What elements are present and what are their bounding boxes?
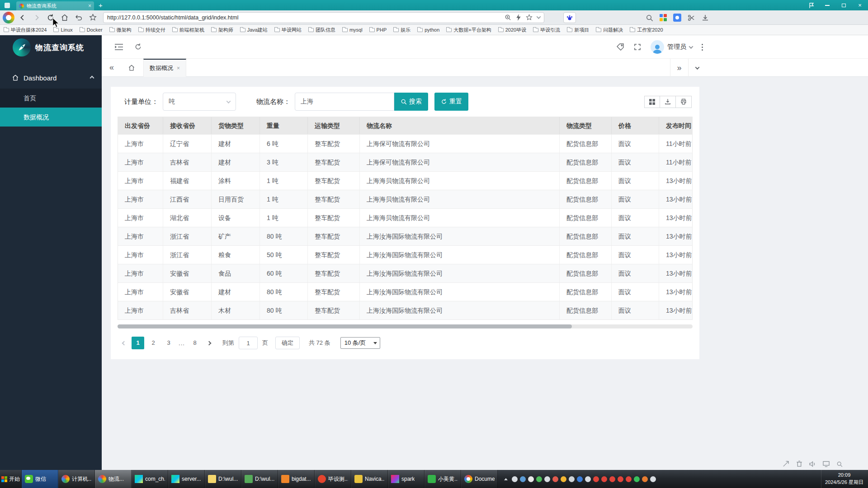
tray-icon[interactable] bbox=[528, 476, 534, 482]
tray-expand-icon[interactable] bbox=[504, 478, 508, 480]
tabs-menu-icon[interactable] bbox=[688, 59, 706, 77]
extension-icon[interactable] bbox=[673, 14, 681, 22]
tray-icon[interactable] bbox=[544, 476, 550, 482]
prev-page-button[interactable] bbox=[118, 337, 130, 349]
table-row[interactable]: 上海市浙江省矿产80 吨整车配货上海汝海国际物流有限公司配货信息部面议13小时前 bbox=[118, 227, 692, 245]
page-button[interactable]: 1 bbox=[132, 337, 144, 349]
tray-icon[interactable] bbox=[536, 476, 542, 482]
logistics-name-input[interactable] bbox=[295, 93, 394, 111]
page-button[interactable]: 2 bbox=[147, 337, 160, 349]
volume-icon[interactable] bbox=[809, 461, 816, 467]
tabs-scroll-right-icon[interactable]: » bbox=[670, 59, 688, 77]
scissors-icon[interactable] bbox=[688, 14, 695, 22]
refresh-button[interactable] bbox=[45, 12, 57, 23]
tray-icon[interactable] bbox=[642, 476, 648, 482]
next-page-button[interactable] bbox=[203, 337, 215, 349]
sidebar-item-dashboard[interactable]: Dashboard bbox=[0, 67, 102, 89]
bookmark-item[interactable]: 大数据+平台架构 bbox=[446, 27, 491, 33]
table-row[interactable]: 上海市安徽省建材80 吨整车配货上海汝海国际物流有限公司配货信息部面议13小时前 bbox=[118, 282, 692, 301]
close-window-button[interactable]: × bbox=[852, 0, 868, 10]
bookmark-item[interactable]: Linux bbox=[53, 27, 72, 33]
reset-button[interactable]: 重置 bbox=[434, 93, 468, 111]
lightning-icon[interactable] bbox=[516, 14, 521, 21]
print-icon-button[interactable] bbox=[676, 96, 692, 108]
maximize-button[interactable] bbox=[835, 0, 852, 10]
taskbar-item[interactable]: 计算机... bbox=[58, 470, 95, 488]
unit-select[interactable]: 吨 bbox=[163, 93, 236, 111]
sidebar-item-data-overview[interactable]: 数据概况 bbox=[0, 108, 102, 127]
bookmark-item[interactable]: 2020毕设 bbox=[498, 27, 526, 33]
taskbar-item[interactable]: Docume... bbox=[461, 470, 498, 488]
url-text[interactable]: http://127.0.0.1:5000/static/html/data_g… bbox=[107, 14, 500, 21]
apps-grid-icon[interactable] bbox=[660, 14, 667, 21]
search-button[interactable]: 搜索 bbox=[394, 93, 428, 111]
more-options-icon[interactable] bbox=[702, 44, 703, 51]
bookmark-star-icon[interactable] bbox=[526, 14, 533, 21]
home-button[interactable] bbox=[59, 12, 71, 23]
tabs-collapse-left-icon[interactable]: « bbox=[102, 59, 122, 77]
horizontal-scrollbar[interactable] bbox=[118, 324, 693, 328]
chevron-down-icon[interactable] bbox=[537, 14, 541, 19]
tray-icon[interactable] bbox=[569, 476, 575, 482]
tag-icon[interactable] bbox=[616, 43, 624, 51]
browser-menu-icon[interactable] bbox=[5, 3, 10, 8]
page-button[interactable]: 8 bbox=[189, 337, 201, 349]
new-tab-button[interactable]: + bbox=[99, 1, 103, 10]
browser-logo[interactable] bbox=[3, 12, 14, 23]
tray-icon[interactable] bbox=[618, 476, 623, 482]
page-size-select[interactable]: 10 条/页 bbox=[340, 337, 380, 349]
address-bar[interactable]: http://127.0.0.1:5000/static/html/data_g… bbox=[103, 12, 544, 23]
zoom-icon[interactable] bbox=[505, 14, 511, 21]
bookmark-item[interactable]: 毕设引流 bbox=[533, 27, 560, 33]
collapse-sidebar-icon[interactable] bbox=[114, 43, 123, 51]
taskbar-item[interactable]: D:\wul... bbox=[205, 470, 241, 488]
bookmark-item[interactable]: Docker bbox=[80, 27, 103, 33]
tray-icon[interactable] bbox=[585, 476, 591, 482]
taskbar-item[interactable]: server... bbox=[168, 470, 205, 488]
columns-icon-button[interactable] bbox=[644, 96, 660, 108]
bookmark-item[interactable]: 毕设网站 bbox=[274, 27, 302, 33]
tray-icon[interactable] bbox=[512, 476, 518, 482]
tray-icon[interactable] bbox=[601, 476, 607, 482]
tray-icon[interactable] bbox=[593, 476, 599, 482]
taskbar-item[interactable]: 物流... bbox=[95, 470, 132, 488]
bookmark-item[interactable]: 娱乐 bbox=[393, 27, 410, 33]
table-row[interactable]: 上海市湖北省设备1 吨整车配货上海海贝物流有限公司配货信息部面议13小时前 bbox=[118, 208, 692, 227]
forward-button[interactable] bbox=[31, 12, 42, 23]
tray-icon[interactable] bbox=[626, 476, 632, 482]
taskbar-item[interactable]: 毕设测... bbox=[315, 470, 351, 488]
fullscreen-icon[interactable] bbox=[633, 43, 642, 51]
page-tab-data-overview[interactable]: 数据概况 × bbox=[143, 59, 186, 77]
tray-icon[interactable] bbox=[561, 476, 566, 482]
bookmark-item[interactable]: python bbox=[417, 27, 439, 33]
refresh-page-icon[interactable] bbox=[134, 43, 142, 51]
search-icon[interactable] bbox=[646, 14, 653, 22]
taskbar-item[interactable]: 微信 bbox=[22, 470, 58, 488]
tray-icon[interactable] bbox=[552, 476, 558, 482]
share-icon[interactable] bbox=[783, 460, 789, 467]
baidu-paw-icon[interactable] bbox=[563, 12, 576, 23]
table-row[interactable]: 上海市辽宁省建材6 吨整车配货上海保可物流有限公司配货信息部面议11小时前 bbox=[118, 134, 692, 153]
tray-icon[interactable] bbox=[609, 476, 615, 482]
scrollbar-thumb[interactable] bbox=[118, 324, 572, 328]
bookmark-item[interactable]: PHP bbox=[369, 27, 387, 33]
taskbar-item[interactable]: bigdat... bbox=[278, 470, 315, 488]
bookmark-item[interactable]: 工作室2020 bbox=[630, 27, 663, 33]
bookmark-item[interactable]: 毕设自媒体2024 bbox=[4, 27, 47, 33]
page-button[interactable]: 3 bbox=[162, 337, 175, 349]
tray-icon[interactable] bbox=[520, 476, 526, 482]
monitor-icon[interactable] bbox=[823, 461, 830, 467]
export-icon-button[interactable] bbox=[660, 96, 676, 108]
table-row[interactable]: 上海市吉林省建材3 吨整车配货上海保可物流有限公司配货信息部面议11小时前 bbox=[118, 153, 692, 171]
bookmark-item[interactable]: 前端框架栈 bbox=[172, 27, 204, 33]
taskbar-item[interactable]: com_ch... bbox=[132, 470, 168, 488]
feedback-flag-icon[interactable] bbox=[808, 2, 815, 9]
goto-page-input[interactable] bbox=[239, 337, 258, 349]
browser-tab[interactable]: 物流查询系统 × bbox=[16, 1, 94, 10]
trash-icon[interactable] bbox=[796, 460, 802, 467]
sidebar-item-home[interactable]: 首页 bbox=[0, 89, 102, 108]
bookmark-item[interactable]: 问题解决 bbox=[596, 27, 623, 33]
tray-icon[interactable] bbox=[577, 476, 583, 482]
start-button[interactable]: 开始 bbox=[0, 470, 22, 488]
table-row[interactable]: 上海市浙江省粮食50 吨整车配货上海汝海国际物流有限公司配货信息部面议13小时前 bbox=[118, 245, 692, 264]
